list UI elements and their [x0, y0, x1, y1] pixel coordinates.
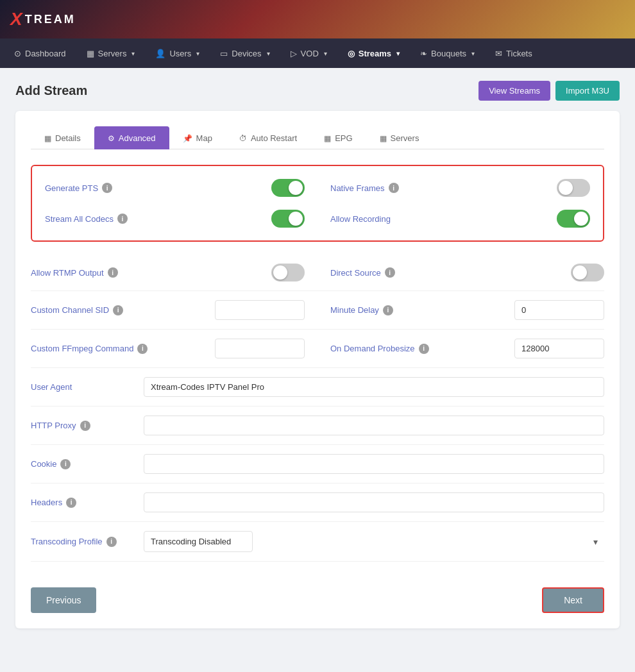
stream-all-codecs-label: Stream All Codecs i [45, 214, 128, 224]
custom-channel-sid-label: Custom Channel SID i [31, 305, 123, 315]
view-streams-button[interactable]: View Streams [478, 81, 550, 101]
epg-tab-icon: ▦ [324, 134, 331, 143]
map-tab-icon: 📌 [183, 134, 192, 143]
form-cell-direct: Direct Source i [330, 264, 604, 281]
custom-ffmpeg-input[interactable] [215, 339, 305, 358]
allow-rtmp-toggle[interactable] [271, 264, 305, 281]
nav-bouquets[interactable]: ❧ Bouquets ▾ [411, 44, 484, 63]
cookie-label: Cookie i [31, 459, 133, 469]
stream-all-codecs-info[interactable]: i [117, 214, 128, 224]
nav-dashboard-label: Dashboard [25, 49, 66, 58]
form-cell-probesize: On Demand Probesize i [330, 339, 604, 358]
nav-bouquets-label: Bouquets [431, 49, 466, 58]
generate-pts-info[interactable]: i [102, 183, 112, 193]
form-row-headers: Headers i [31, 483, 604, 522]
streams-chevron: ▾ [396, 50, 400, 57]
next-button[interactable]: Next [542, 587, 604, 613]
allow-rtmp-info[interactable]: i [108, 267, 118, 278]
logo-x: X [10, 9, 22, 29]
stream-all-codecs-toggle[interactable] [271, 210, 305, 228]
headers-info[interactable]: i [66, 498, 76, 508]
servers-chevron: ▾ [131, 50, 135, 57]
on-demand-probesize-input[interactable] [514, 339, 604, 358]
tab-map-label: Map [196, 133, 212, 143]
users-icon: 👤 [155, 49, 165, 58]
previous-button[interactable]: Previous [31, 587, 96, 613]
tab-advanced[interactable]: ⚙ Advanced [94, 126, 169, 149]
tabs: ▦ Details ⚙ Advanced 📌 Map ⏱ Auto Restar… [31, 126, 604, 149]
http-proxy-input[interactable] [144, 416, 604, 435]
nav-devices-label: Devices [232, 49, 261, 58]
custom-channel-sid-input[interactable] [215, 300, 305, 320]
toggle-row-generate-pts: Generate PTS i [45, 179, 305, 197]
direct-source-label: Direct Source i [330, 267, 395, 278]
nav-vod-label: VOD [301, 49, 319, 58]
form-row-user-agent: User Agent [31, 368, 604, 407]
form-cell-rtmp: Allow RTMP Output i [31, 264, 305, 281]
form-row-rtmp-direct: Allow RTMP Output i Direct Source i [31, 255, 604, 291]
user-agent-input[interactable] [144, 377, 604, 397]
nav-servers[interactable]: ▦ Servers ▾ [78, 44, 144, 63]
devices-chevron: ▾ [267, 50, 270, 57]
native-frames-toggle[interactable] [557, 179, 590, 197]
nav-dashboard[interactable]: ⊙ Dashboard [5, 44, 75, 63]
tab-details-label: Details [55, 133, 81, 143]
dashboard-icon: ⊙ [14, 49, 21, 58]
tab-auto-restart[interactable]: ⏱ Auto Restart [226, 126, 310, 149]
nav-users[interactable]: 👤 Users ▾ [146, 44, 208, 63]
tab-map[interactable]: 📌 Map [169, 126, 226, 149]
toggle-row-stream-all-codecs: Stream All Codecs i [45, 210, 305, 228]
tab-epg-label: EPG [335, 133, 352, 143]
tab-servers[interactable]: ▦ Servers [366, 126, 433, 149]
minute-delay-input[interactable] [514, 300, 604, 320]
http-proxy-label: HTTP Proxy i [31, 421, 133, 431]
minute-delay-info[interactable]: i [383, 305, 393, 315]
on-demand-probesize-info[interactable]: i [419, 344, 429, 354]
native-frames-info[interactable]: i [389, 183, 399, 193]
form-cell-delay: Minute Delay i [330, 300, 604, 320]
navbar: ⊙ Dashboard ▦ Servers ▾ 👤 Users ▾ ▭ Devi… [0, 38, 635, 68]
custom-channel-sid-info[interactable]: i [113, 305, 123, 315]
nav-tickets[interactable]: ✉ Tickets [486, 44, 541, 63]
streams-icon: ◎ [348, 49, 355, 58]
native-frames-label: Native Frames i [330, 183, 399, 193]
cookie-info[interactable]: i [60, 459, 71, 469]
highlighted-section: Generate PTS i Native Frames i [31, 165, 604, 242]
nav-users-label: Users [169, 49, 191, 58]
custom-ffmpeg-label: Custom FFmpeg Command i [31, 344, 148, 354]
devices-icon: ▭ [220, 49, 228, 58]
nav-servers-label: Servers [98, 49, 127, 58]
import-m3u-button[interactable]: Import M3U [555, 81, 620, 101]
headers-input[interactable] [144, 492, 604, 512]
form-row-ffmpeg-probesize: Custom FFmpeg Command i On Demand Probes… [31, 330, 604, 368]
generate-pts-label: Generate PTS i [45, 183, 112, 193]
bouquets-chevron: ▾ [471, 50, 475, 57]
transcoding-profile-label: Transcoding Profile i [31, 537, 133, 547]
on-demand-probesize-label: On Demand Probesize i [330, 344, 429, 354]
form-row-transcoding: Transcoding Profile i Transcoding Disabl… [31, 522, 604, 562]
tab-epg[interactable]: ▦ EPG [310, 126, 366, 149]
custom-ffmpeg-info[interactable]: i [137, 344, 148, 354]
transcoding-profile-info[interactable]: i [106, 537, 117, 547]
tab-details[interactable]: ▦ Details [31, 126, 94, 149]
tickets-icon: ✉ [495, 49, 502, 58]
nav-vod[interactable]: ▷ VOD ▾ [282, 44, 336, 63]
allow-rtmp-label: Allow RTMP Output i [31, 267, 118, 278]
highlighted-toggles-grid: Generate PTS i Native Frames i [45, 179, 590, 228]
http-proxy-info[interactable]: i [80, 421, 90, 431]
nav-streams[interactable]: ◎ Streams ▾ [339, 44, 409, 63]
header-buttons: View Streams Import M3U [478, 81, 620, 101]
vod-icon: ▷ [291, 49, 297, 58]
direct-source-toggle[interactable] [571, 264, 604, 281]
headers-label: Headers i [31, 498, 133, 508]
vod-chevron: ▾ [324, 50, 327, 57]
generate-pts-toggle[interactable] [271, 179, 305, 197]
cookie-input[interactable] [144, 454, 604, 474]
transcoding-profile-select[interactable]: Transcoding Disabled Profile 1 Profile 2 [144, 531, 253, 552]
tab-auto-restart-label: Auto Restart [251, 133, 297, 143]
direct-source-info[interactable]: i [385, 267, 395, 278]
allow-recording-toggle[interactable] [557, 210, 590, 228]
nav-devices[interactable]: ▭ Devices ▾ [211, 44, 278, 63]
form-row-sid-delay: Custom Channel SID i Minute Delay i [31, 291, 604, 330]
details-tab-icon: ▦ [44, 134, 51, 143]
